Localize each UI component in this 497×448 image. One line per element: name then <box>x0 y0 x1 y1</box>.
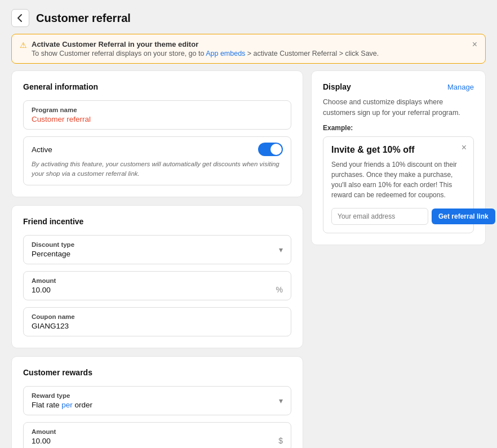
coupon-name-value: GIANG123 <box>32 322 283 330</box>
coupon-name-field[interactable]: Coupon name GIANG123 <box>23 307 291 336</box>
manage-link[interactable]: Manage <box>447 83 474 91</box>
reward-type-value: Flat rate per order <box>32 401 279 409</box>
friend-amount-suffix: % <box>276 285 283 294</box>
back-button[interactable] <box>11 9 29 27</box>
display-card: Display Manage Choose and customize disp… <box>311 70 486 245</box>
page-wrapper: Customer referral ⚠ Activate Customer Re… <box>0 0 497 448</box>
alert-close-button[interactable]: × <box>472 40 477 49</box>
example-label: Example: <box>323 124 474 132</box>
reward-type-field[interactable]: Reward type Flat rate per order ▾ <box>23 386 291 415</box>
page-title: Customer referral <box>36 12 131 25</box>
reward-type-accent: per <box>61 401 73 409</box>
discount-type-value: Percentage <box>32 250 279 258</box>
program-name-field[interactable]: Program name Customer referral <box>23 100 291 130</box>
reward-type-label: Reward type <box>32 392 279 399</box>
customer-rewards-title: Customer rewards <box>23 368 291 377</box>
reward-type-after: order <box>73 401 92 409</box>
warning-icon: ⚠ <box>20 41 27 57</box>
preview-close-button[interactable]: × <box>462 143 467 153</box>
reward-amount-field[interactable]: Amount 10.00 $ <box>23 422 291 449</box>
program-name-label: Program name <box>32 107 283 113</box>
alert-desc-before: To show Customer referral displays on yo… <box>32 50 206 57</box>
display-title: Display <box>323 82 351 91</box>
preview-email-input[interactable] <box>331 208 428 225</box>
discount-type-label: Discount type <box>32 241 279 248</box>
reward-type-before: Flat rate <box>32 401 61 409</box>
get-referral-link-button[interactable]: Get referral link <box>432 209 495 224</box>
chevron-down-icon: ▾ <box>279 245 283 254</box>
friend-incentive-card: Friend incentive Discount type Percentag… <box>11 205 303 348</box>
reward-amount-label: Amount <box>32 428 278 435</box>
program-name-value: Customer referral <box>32 115 283 123</box>
alert-content: ⚠ Activate Customer Referral in your the… <box>20 40 379 57</box>
app-embeds-link[interactable]: App embeds <box>206 50 245 57</box>
preview-body: Send your friends a 10% discount on thei… <box>331 159 465 200</box>
active-toggle[interactable] <box>258 143 283 156</box>
preview-card: × Invite & get 10% off Send your friends… <box>323 136 474 233</box>
display-header: Display Manage <box>323 82 474 91</box>
display-description: Choose and customize displays where cust… <box>323 97 474 118</box>
right-column: Display Manage Choose and customize disp… <box>311 70 486 448</box>
general-info-title: General information <box>23 82 291 91</box>
preview-heading: Invite & get 10% off <box>331 145 465 155</box>
chevron-down-icon: ▾ <box>279 396 283 405</box>
friend-amount-label: Amount <box>32 277 276 284</box>
general-info-card: General information Program name Custome… <box>11 70 303 197</box>
active-field: Active By activating this feature, your … <box>23 136 291 185</box>
left-column: General information Program name Custome… <box>11 70 303 448</box>
active-hint: By activating this feature, your custome… <box>32 159 283 179</box>
preview-input-row: Get referral link <box>331 208 465 225</box>
reward-amount-value: 10.00 <box>32 437 278 445</box>
content-area: General information Program name Custome… <box>0 70 497 448</box>
coupon-name-label: Coupon name <box>32 313 283 320</box>
friend-incentive-title: Friend incentive <box>23 217 291 226</box>
friend-amount-value: 10.00 <box>32 286 276 294</box>
alert-description: To show Customer referral displays on yo… <box>32 50 379 57</box>
alert-title: Activate Customer Referral in your theme… <box>32 40 379 48</box>
alert-desc-after: > activate Customer Referral > click Sav… <box>245 50 379 57</box>
customer-rewards-card: Customer rewards Reward type Flat rate p… <box>11 356 303 449</box>
page-header: Customer referral <box>0 0 497 34</box>
reward-amount-suffix: $ <box>278 436 283 445</box>
friend-amount-field[interactable]: Amount 10.00 % <box>23 271 291 300</box>
discount-type-field[interactable]: Discount type Percentage ▾ <box>23 235 291 264</box>
active-label: Active <box>32 145 52 154</box>
alert-banner: ⚠ Activate Customer Referral in your the… <box>11 34 486 64</box>
